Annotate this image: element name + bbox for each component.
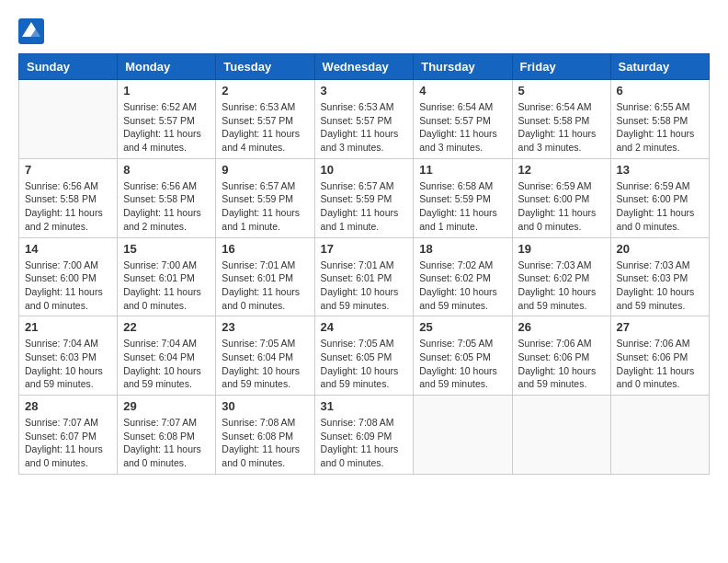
day-info: Sunrise: 7:02 AMSunset: 6:02 PMDaylight:… [419,259,506,313]
day-info: Sunrise: 7:07 AMSunset: 6:07 PMDaylight:… [25,416,111,470]
weekday-header-tuesday: Tuesday [216,54,314,80]
calendar-cell: 2Sunrise: 6:53 AMSunset: 5:57 PMDaylight… [216,80,314,159]
day-number: 14 [25,242,111,256]
day-number: 20 [617,242,703,256]
calendar-cell: 5Sunrise: 6:54 AMSunset: 5:58 PMDaylight… [512,80,610,159]
day-number: 29 [123,399,210,413]
calendar-cell: 8Sunrise: 6:56 AMSunset: 5:58 PMDaylight… [118,158,216,237]
day-number: 9 [222,163,308,177]
calendar-cell: 6Sunrise: 6:55 AMSunset: 5:58 PMDaylight… [610,80,709,159]
day-number: 1 [123,84,210,98]
weekday-header-wednesday: Wednesday [314,54,414,80]
day-info: Sunrise: 7:05 AMSunset: 6:04 PMDaylight:… [222,337,308,391]
day-number: 30 [222,399,308,413]
day-number: 23 [222,320,308,334]
day-number: 5 [518,84,605,98]
calendar-cell: 4Sunrise: 6:54 AMSunset: 5:57 PMDaylight… [414,80,512,159]
day-number: 28 [25,399,111,413]
calendar-cell: 19Sunrise: 7:03 AMSunset: 6:02 PMDayligh… [512,237,610,316]
page-header [18,18,710,44]
day-info: Sunrise: 7:01 AMSunset: 6:01 PMDaylight:… [222,259,308,313]
calendar-cell: 29Sunrise: 7:07 AMSunset: 6:08 PMDayligh… [118,396,216,475]
day-info: Sunrise: 7:06 AMSunset: 6:06 PMDaylight:… [617,337,703,391]
logo [18,18,48,44]
day-info: Sunrise: 7:00 AMSunset: 6:01 PMDaylight:… [123,259,210,313]
calendar-cell: 25Sunrise: 7:05 AMSunset: 6:05 PMDayligh… [414,316,512,396]
day-number: 15 [123,242,210,256]
day-info: Sunrise: 6:58 AMSunset: 5:59 PMDaylight:… [419,179,506,234]
calendar-cell [610,396,709,475]
calendar-cell: 1Sunrise: 6:52 AMSunset: 5:57 PMDaylight… [118,80,216,159]
day-number: 2 [222,84,308,98]
calendar-cell [19,80,118,159]
day-info: Sunrise: 6:59 AMSunset: 6:00 PMDaylight:… [518,179,605,234]
calendar-cell: 20Sunrise: 7:03 AMSunset: 6:03 PMDayligh… [610,237,709,316]
day-info: Sunrise: 6:54 AMSunset: 5:58 PMDaylight:… [518,100,605,155]
calendar-cell: 28Sunrise: 7:07 AMSunset: 6:07 PMDayligh… [19,396,118,475]
calendar-cell: 30Sunrise: 7:08 AMSunset: 6:08 PMDayligh… [216,396,314,475]
weekday-header-monday: Monday [118,54,216,80]
calendar-cell: 24Sunrise: 7:05 AMSunset: 6:05 PMDayligh… [314,316,414,396]
weekday-header-row: SundayMondayTuesdayWednesdayThursdayFrid… [19,54,710,80]
calendar-week-row: 7Sunrise: 6:56 AMSunset: 5:58 PMDaylight… [19,158,710,237]
calendar-cell: 13Sunrise: 6:59 AMSunset: 6:00 PMDayligh… [610,158,709,237]
day-info: Sunrise: 6:54 AMSunset: 5:57 PMDaylight:… [419,100,506,155]
calendar-cell: 31Sunrise: 7:08 AMSunset: 6:09 PMDayligh… [314,396,414,475]
calendar-cell: 14Sunrise: 7:00 AMSunset: 6:00 PMDayligh… [19,237,118,316]
day-info: Sunrise: 6:59 AMSunset: 6:00 PMDaylight:… [617,179,703,234]
calendar-week-row: 14Sunrise: 7:00 AMSunset: 6:00 PMDayligh… [19,237,710,316]
day-number: 25 [419,320,506,334]
day-number: 4 [419,84,506,98]
day-info: Sunrise: 6:56 AMSunset: 5:58 PMDaylight:… [25,179,111,234]
day-info: Sunrise: 6:57 AMSunset: 5:59 PMDaylight:… [222,179,308,234]
day-info: Sunrise: 7:05 AMSunset: 6:05 PMDaylight:… [419,337,506,391]
day-info: Sunrise: 7:08 AMSunset: 6:09 PMDaylight:… [321,416,408,470]
day-number: 12 [518,163,605,177]
calendar-cell: 9Sunrise: 6:57 AMSunset: 5:59 PMDaylight… [216,158,314,237]
calendar-cell [414,396,512,475]
day-info: Sunrise: 7:06 AMSunset: 6:06 PMDaylight:… [518,337,605,391]
day-number: 22 [123,320,210,334]
day-number: 17 [321,242,408,256]
calendar-cell: 15Sunrise: 7:00 AMSunset: 6:01 PMDayligh… [118,237,216,316]
weekday-header-friday: Friday [512,54,610,80]
day-info: Sunrise: 6:57 AMSunset: 5:59 PMDaylight:… [321,179,408,234]
calendar-cell: 21Sunrise: 7:04 AMSunset: 6:03 PMDayligh… [19,316,118,396]
day-info: Sunrise: 7:01 AMSunset: 6:01 PMDaylight:… [321,259,408,313]
day-number: 13 [617,163,703,177]
day-number: 24 [321,320,408,334]
day-info: Sunrise: 7:08 AMSunset: 6:08 PMDaylight:… [222,416,308,470]
day-info: Sunrise: 7:05 AMSunset: 6:05 PMDaylight:… [321,337,408,391]
weekday-header-thursday: Thursday [414,54,512,80]
day-number: 6 [617,84,703,98]
calendar-cell: 3Sunrise: 6:53 AMSunset: 5:57 PMDaylight… [314,80,414,159]
day-number: 26 [518,320,605,334]
calendar-cell: 23Sunrise: 7:05 AMSunset: 6:04 PMDayligh… [216,316,314,396]
calendar-week-row: 28Sunrise: 7:07 AMSunset: 6:07 PMDayligh… [19,396,710,475]
day-info: Sunrise: 7:03 AMSunset: 6:03 PMDaylight:… [617,259,703,313]
calendar-cell: 10Sunrise: 6:57 AMSunset: 5:59 PMDayligh… [314,158,414,237]
day-info: Sunrise: 7:04 AMSunset: 6:03 PMDaylight:… [25,337,111,391]
day-info: Sunrise: 6:53 AMSunset: 5:57 PMDaylight:… [321,100,408,155]
calendar-cell: 11Sunrise: 6:58 AMSunset: 5:59 PMDayligh… [414,158,512,237]
day-number: 7 [25,163,111,177]
calendar-week-row: 1Sunrise: 6:52 AMSunset: 5:57 PMDaylight… [19,80,710,159]
weekday-header-saturday: Saturday [610,54,709,80]
day-info: Sunrise: 6:52 AMSunset: 5:57 PMDaylight:… [123,100,210,155]
day-number: 16 [222,242,308,256]
day-number: 10 [321,163,408,177]
calendar-cell: 27Sunrise: 7:06 AMSunset: 6:06 PMDayligh… [610,316,709,396]
day-number: 31 [321,399,408,413]
day-number: 19 [518,242,605,256]
day-info: Sunrise: 6:56 AMSunset: 5:58 PMDaylight:… [123,179,210,234]
day-info: Sunrise: 6:53 AMSunset: 5:57 PMDaylight:… [222,100,308,155]
day-number: 18 [419,242,506,256]
calendar-cell: 16Sunrise: 7:01 AMSunset: 6:01 PMDayligh… [216,237,314,316]
day-number: 27 [617,320,703,334]
day-number: 21 [25,320,111,334]
day-info: Sunrise: 6:55 AMSunset: 5:58 PMDaylight:… [617,100,703,155]
calendar-week-row: 21Sunrise: 7:04 AMSunset: 6:03 PMDayligh… [19,316,710,396]
logo-icon [18,18,44,44]
day-number: 3 [321,84,408,98]
day-info: Sunrise: 7:07 AMSunset: 6:08 PMDaylight:… [123,416,210,470]
